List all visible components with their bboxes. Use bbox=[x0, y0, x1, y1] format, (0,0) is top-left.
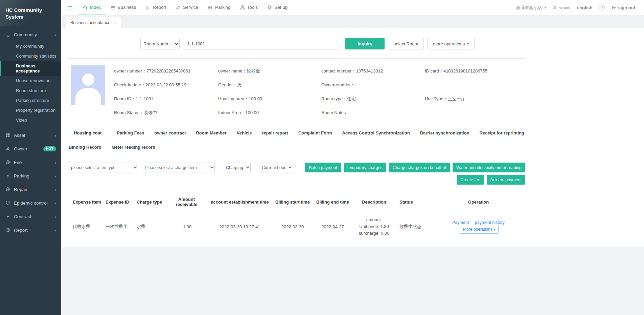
topnav-item-report[interactable]: Report bbox=[141, 0, 171, 15]
sidebar-item-label: Community statistics bbox=[16, 54, 56, 59]
menu-toggle-icon[interactable]: ≡ bbox=[68, 4, 72, 11]
sidebar-item-asset[interactable]: Asset › bbox=[0, 128, 61, 142]
page-tabstrip: Business acceptance × bbox=[61, 15, 644, 28]
sidebar-group-label: Fee bbox=[14, 160, 22, 165]
cell-charge-type: 水费 bbox=[133, 211, 165, 242]
sidebar-item-room-structure[interactable]: Room structure bbox=[0, 86, 61, 96]
globe-icon bbox=[5, 227, 10, 233]
globe-icon bbox=[5, 160, 10, 165]
charge-on-behalf-button[interactable]: Charge charges on behalf of bbox=[389, 163, 450, 172]
topnav-right: 美满家园小区 ▾ wuxw english ? sign out bbox=[516, 5, 635, 11]
meter-reading-button[interactable]: Water and electricity meter reading bbox=[453, 163, 525, 172]
cell-charge-type: 物业费 bbox=[133, 242, 165, 247]
user-icon bbox=[5, 146, 10, 151]
owner-field: Housing area：100.00 bbox=[218, 96, 321, 102]
user-menu[interactable]: wuxw bbox=[553, 5, 570, 10]
field-value: 1-1-1001 bbox=[136, 96, 153, 101]
sidebar-item-contract[interactable]: Contract › bbox=[0, 210, 61, 223]
sidebar-item-my-community[interactable]: My community bbox=[0, 41, 61, 51]
topnav-label: Report bbox=[153, 5, 166, 10]
topnav-item-setup[interactable]: Set up bbox=[262, 0, 292, 15]
sidebar-item-business-acceptance[interactable]: Business acceptance bbox=[0, 61, 61, 76]
topnav-item-parking[interactable]: Parking bbox=[203, 0, 235, 15]
sidebar-item-repair[interactable]: Repair › bbox=[0, 183, 61, 196]
tab-receipt-reprinting[interactable]: Receipt for reprinting bbox=[479, 127, 525, 139]
sidebar-item-video[interactable]: Video bbox=[0, 115, 61, 125]
tab-owner-contract[interactable]: owner contract bbox=[154, 127, 186, 139]
cell-billing-end: - bbox=[313, 242, 352, 247]
tab-housing-cost[interactable]: Housing cost bbox=[68, 127, 107, 139]
more-operations-button[interactable]: more operations ▾ bbox=[427, 38, 475, 49]
cell-amount: -1.00 bbox=[165, 211, 208, 242]
sidebar-item-epidemic-control[interactable]: Epidemic control › bbox=[0, 196, 61, 210]
inquiry-button[interactable]: Inquiry bbox=[345, 38, 385, 49]
tab-binding-record[interactable]: Binding Record bbox=[68, 141, 102, 153]
tab-repair-report[interactable]: repair report bbox=[261, 127, 289, 139]
topnav-item-business[interactable]: Business bbox=[106, 0, 141, 15]
create-fee-button[interactable]: Create fee bbox=[457, 175, 484, 185]
tab-parking-fees[interactable]: Parking Fees bbox=[116, 127, 145, 139]
temporary-charges-button[interactable]: temporary charges bbox=[344, 163, 386, 172]
app-logo: HC Community System bbox=[0, 0, 61, 26]
language-switcher[interactable]: english bbox=[577, 5, 593, 10]
briefcase-icon bbox=[111, 5, 115, 10]
tab-barrier-sync[interactable]: Barrier synchronization bbox=[419, 127, 470, 139]
tab-complaint-form[interactable]: Complaint Form bbox=[298, 127, 333, 139]
sidebar-item-property-registration[interactable]: Property registration bbox=[0, 105, 61, 115]
topnav-item-index[interactable]: Index bbox=[78, 0, 106, 15]
batch-payment-button[interactable]: Batch payment bbox=[305, 163, 341, 172]
charge-item-select[interactable]: Please select a charge item bbox=[142, 163, 215, 172]
shield-icon bbox=[5, 200, 10, 206]
topnav-label: Business bbox=[118, 5, 136, 10]
tab-room-member[interactable]: Room Member bbox=[195, 127, 227, 139]
sign-out-label: sign out bbox=[618, 5, 635, 10]
sign-out-button[interactable]: sign out bbox=[612, 5, 635, 10]
more-operations-label: More operations bbox=[463, 227, 492, 232]
sidebar-item-parking-structure[interactable]: Parking structure bbox=[0, 96, 61, 105]
tab-access-control-sync[interactable]: Access Control Synchronization bbox=[342, 127, 411, 139]
house-scope-select[interactable]: Current house bbox=[259, 163, 293, 172]
page-tab-business-acceptance[interactable]: Business acceptance × bbox=[66, 17, 121, 28]
sidebar-item-report[interactable]: Report › bbox=[0, 223, 61, 237]
sidebar-item-label: My community bbox=[16, 44, 44, 49]
charging-status-select[interactable]: Charging bbox=[223, 163, 251, 172]
field-value: 100.00 bbox=[245, 110, 259, 115]
community-selector[interactable]: 美满家园小区 ▾ bbox=[516, 5, 546, 11]
sidebar-item-parking[interactable]: Parking › bbox=[0, 169, 61, 183]
gear-icon bbox=[267, 5, 272, 10]
sidebar-item-community[interactable]: Community › bbox=[0, 28, 61, 41]
grid-icon bbox=[5, 132, 10, 138]
owner-field: owner name：段好金 bbox=[218, 68, 321, 74]
owner-field: Indoor Area：100.00 bbox=[218, 110, 321, 115]
topnav-item-tools[interactable]: Tools bbox=[235, 0, 263, 15]
close-icon[interactable]: × bbox=[114, 20, 116, 25]
topnav-label: Tools bbox=[247, 5, 258, 10]
row-more-operations-button[interactable]: More operations ▾ bbox=[460, 225, 499, 234]
chevron-right-icon: › bbox=[54, 214, 56, 219]
cell-billing-end: 2022-04-27 bbox=[313, 211, 352, 242]
tab-vehicle[interactable]: Vehicle bbox=[236, 127, 253, 139]
help-icon[interactable]: ? bbox=[599, 5, 605, 10]
chevron-right-icon: › bbox=[54, 160, 56, 165]
field-label: ID card： bbox=[425, 68, 443, 74]
owner-field: Gender：男 bbox=[218, 82, 321, 88]
field-label: Gender： bbox=[218, 82, 237, 87]
field-label: Room ID： bbox=[114, 96, 136, 101]
select-room-button[interactable]: select Room bbox=[388, 38, 424, 49]
sidebar-item-owner[interactable]: Owner HOT bbox=[0, 142, 61, 155]
sidebar-group-label: Community bbox=[14, 32, 37, 37]
search-field-select[interactable]: Room Numb bbox=[140, 38, 180, 49]
sidebar-item-label: Business acceptance bbox=[16, 63, 40, 74]
topnav-item-service[interactable]: Service bbox=[171, 0, 203, 15]
fee-toolbar: please select a fee type Please select a… bbox=[68, 153, 525, 185]
arrears-payment-button[interactable]: Arrears payment bbox=[487, 175, 525, 185]
room-search-bar: Room Numb Inquiry select Room more opera… bbox=[68, 28, 525, 49]
fee-type-select[interactable]: please select a fee type bbox=[68, 163, 138, 172]
payment-history-link[interactable]: payment history bbox=[475, 220, 505, 225]
room-number-input[interactable] bbox=[183, 38, 341, 49]
payment-link[interactable]: Payment bbox=[452, 220, 469, 225]
sidebar-item-fee[interactable]: Fee › bbox=[0, 155, 61, 169]
tab-meter-reading-record[interactable]: Meter reading record bbox=[111, 141, 156, 153]
sidebar-item-house-renovation[interactable]: House renovation bbox=[0, 76, 61, 86]
sidebar-item-community-statistics[interactable]: Community statistics bbox=[0, 51, 61, 61]
